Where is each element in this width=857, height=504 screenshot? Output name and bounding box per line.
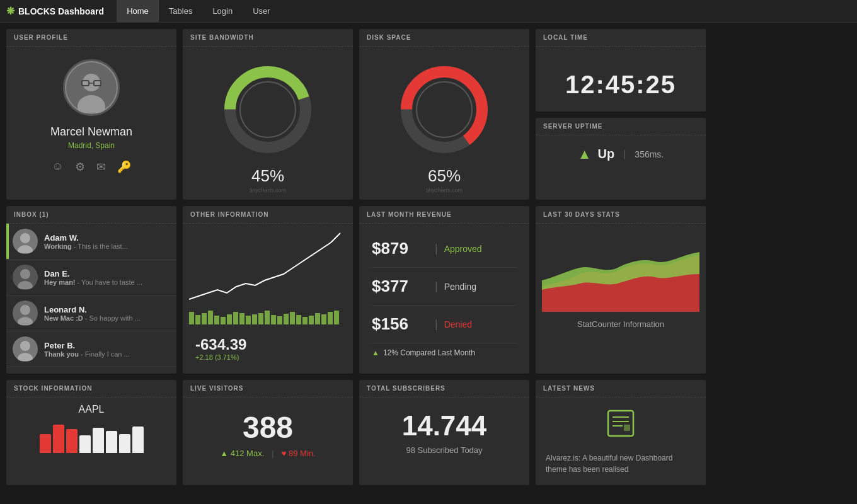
stock-bar — [93, 428, 104, 453]
svg-rect-20 — [189, 312, 194, 324]
profile-location: Madrid, Spain — [68, 141, 115, 150]
live-max: ▲ 412 Max. — [220, 449, 264, 458]
svg-rect-23 — [208, 311, 213, 324]
disk-value: 65% — [428, 166, 461, 186]
svg-rect-34 — [277, 316, 282, 324]
inbox-content-leonard: Leonard N. New Mac :D - So happy with ..… — [44, 305, 170, 322]
svg-rect-48 — [624, 425, 630, 431]
brand-icon: ❋ — [6, 5, 14, 17]
bandwidth-chart-body: 45% tinycharts.com — [183, 47, 353, 200]
svg-rect-25 — [221, 317, 226, 324]
revenue-footer-text: 12% Compared Last Month — [383, 348, 475, 357]
svg-rect-32 — [265, 311, 270, 324]
revenue-sep: | — [435, 280, 438, 293]
news-icon — [605, 408, 636, 445]
inbox-header: INBOX (1) — [6, 206, 176, 224]
news-body: Alvarez.is: A beautiful new Dashboard th… — [536, 398, 706, 485]
mail-icon[interactable]: ✉ — [96, 160, 106, 174]
svg-rect-31 — [258, 313, 263, 324]
svg-point-17 — [18, 317, 33, 325]
nav-user[interactable]: User — [243, 0, 280, 22]
disk-donut — [394, 59, 495, 160]
area-chart-svg — [542, 230, 699, 312]
revenue-header: LAST MONTH REVENUE — [359, 206, 529, 224]
site-bandwidth-header: SITE BANDWIDTH — [183, 29, 353, 47]
time-display: 12:45:25 — [565, 71, 676, 99]
inbox-preview-peter: Thank you - Finally I can ... — [44, 350, 170, 358]
stock-bar — [40, 434, 51, 453]
stock-widget: STOCK INFORMATION AAPL — [6, 380, 176, 485]
revenue-sep: | — [435, 318, 438, 331]
nav-tables[interactable]: Tables — [159, 0, 203, 22]
person-icon[interactable]: ☺ — [52, 160, 63, 174]
subscribers-widget: TOTAL SUBSCRIBERS 14.744 98 Subscribed T… — [359, 380, 529, 485]
svg-rect-30 — [252, 314, 257, 324]
live-separator: | — [272, 449, 273, 458]
stock-bar — [132, 427, 144, 453]
bandwidth-donut — [217, 59, 318, 160]
uptime-body: ▲ Up | 356ms. — [536, 135, 706, 173]
key-icon[interactable]: 🔑 — [117, 160, 131, 174]
nav-login[interactable]: Login — [202, 0, 243, 22]
inbox-item[interactable]: Dan E. Hey man! - You have to taste ... — [6, 260, 176, 295]
revenue-pending-status: Pending — [444, 282, 476, 292]
stats-counter-label: StatCounter Information — [542, 319, 699, 329]
revenue-sep: | — [435, 242, 438, 255]
live-stats: ▲ 412 Max. | ♥ 89 Min. — [220, 449, 315, 458]
inbox-name-peter: Peter B. — [44, 341, 170, 350]
other-info-chart-area: -634.39 +2.18 (3.71%) — [183, 224, 353, 374]
profile-body: Marcel Newman Madrid, Spain ☺ ⚙ ✉ 🔑 — [6, 47, 176, 186]
site-bandwidth-widget: SITE BANDWIDTH 45% tinycharts.com — [183, 29, 353, 200]
svg-point-14 — [20, 269, 30, 279]
time-body: 12:45:25 — [536, 47, 706, 112]
inbox-item[interactable]: Leonard N. New Mac :D - So happy with ..… — [6, 295, 176, 331]
inbox-item[interactable]: Peter B. Thank you - Finally I can ... — [6, 331, 176, 367]
uptime-status: Up — [598, 147, 615, 161]
disk-space-widget: DISK SPACE 65% tinycharts.com — [359, 29, 529, 200]
svg-rect-22 — [202, 313, 207, 324]
svg-rect-41 — [321, 314, 326, 324]
svg-point-1 — [83, 74, 100, 91]
svg-rect-33 — [271, 315, 276, 324]
svg-point-12 — [20, 233, 30, 243]
settings-icon[interactable]: ⚙ — [75, 160, 85, 174]
svg-point-8 — [240, 82, 296, 137]
disk-chart-body: 65% tinycharts.com — [359, 47, 529, 200]
stock-ticker: AAPL — [79, 404, 105, 415]
chart-stats: -634.39 +2.18 (3.71%) — [189, 333, 347, 367]
stock-bar — [66, 429, 78, 453]
avatar-leonard — [13, 301, 38, 326]
avatar-dan — [13, 265, 38, 290]
revenue-approved-amount: $879 — [372, 239, 428, 258]
revenue-approved-status: Approved — [444, 244, 482, 254]
nav-home[interactable]: Home — [117, 0, 159, 22]
revenue-body: $879 | Approved $377 | Pending $156 | De… — [359, 224, 529, 369]
revenue-trend-icon: ▲ — [372, 348, 379, 357]
profile-name: Marcel Newman — [50, 125, 132, 139]
other-info-header: OTHER INFORMATION — [183, 206, 353, 224]
inbox-content-peter: Peter B. Thank you - Finally I can ... — [44, 341, 170, 358]
stock-bar — [53, 425, 64, 453]
svg-rect-42 — [328, 312, 333, 324]
svg-rect-27 — [233, 312, 238, 324]
svg-rect-28 — [239, 313, 244, 324]
brand: ❋ BLOCKS Dashboard — [6, 5, 104, 17]
svg-point-16 — [20, 305, 30, 315]
svg-rect-26 — [227, 314, 232, 324]
svg-point-13 — [18, 245, 33, 253]
bandwidth-donut-svg — [217, 59, 318, 160]
inbox-name-dan: Dan E. — [44, 269, 170, 278]
revenue-denied-status: Denied — [444, 319, 472, 329]
svg-rect-36 — [290, 312, 295, 324]
disk-space-header: DISK SPACE — [359, 29, 529, 47]
server-uptime-widget: SERVER UPTIME ▲ Up | 356ms. — [536, 118, 706, 200]
news-text: Alvarez.is: A beautiful new Dashboard th… — [546, 452, 696, 475]
svg-rect-39 — [309, 316, 314, 324]
uptime-ms: 356ms. — [635, 149, 664, 159]
inbox-item[interactable]: Adam W. Working - This is the last... — [6, 224, 176, 260]
user-profile-header: USER PROFILE — [6, 29, 176, 47]
inbox-widget: INBOX (1) Adam W. Working - This is the … — [6, 206, 176, 374]
disk-donut-svg — [394, 59, 495, 160]
svg-rect-29 — [246, 316, 251, 324]
subscribers-header: TOTAL SUBSCRIBERS — [359, 380, 529, 398]
